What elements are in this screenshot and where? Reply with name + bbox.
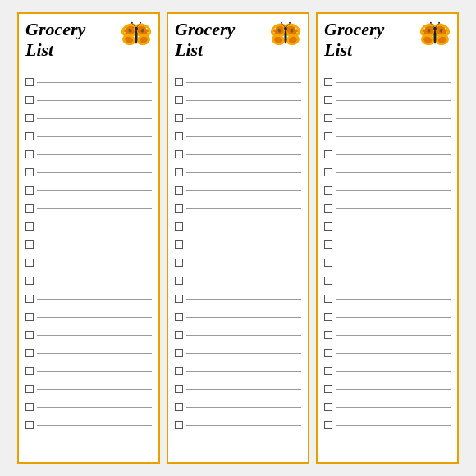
list-item[interactable] <box>175 290 301 308</box>
list-item[interactable] <box>175 308 301 326</box>
list-item[interactable] <box>324 91 451 109</box>
list-item[interactable] <box>175 236 301 254</box>
list-item[interactable] <box>25 199 152 217</box>
list-item[interactable] <box>324 236 451 254</box>
checkbox[interactable] <box>25 421 34 429</box>
checkbox[interactable] <box>25 186 34 195</box>
list-item[interactable] <box>175 416 301 434</box>
checkbox[interactable] <box>324 385 332 393</box>
list-item[interactable] <box>25 127 152 145</box>
checkbox[interactable] <box>25 385 34 393</box>
list-item[interactable] <box>175 199 301 217</box>
checkbox[interactable] <box>175 295 183 303</box>
list-item[interactable] <box>175 362 301 380</box>
checkbox[interactable] <box>175 403 183 411</box>
checkbox[interactable] <box>324 421 332 429</box>
checkbox[interactable] <box>175 132 183 140</box>
list-item[interactable] <box>324 344 451 362</box>
checkbox[interactable] <box>324 331 332 339</box>
list-item[interactable] <box>324 145 451 163</box>
checkbox[interactable] <box>175 367 183 375</box>
list-item[interactable] <box>25 380 152 398</box>
checkbox[interactable] <box>25 150 34 158</box>
checkbox[interactable] <box>175 114 183 122</box>
checkbox[interactable] <box>324 186 332 195</box>
list-item[interactable] <box>324 199 451 217</box>
list-item[interactable] <box>25 145 152 163</box>
checkbox[interactable] <box>324 222 332 231</box>
checkbox[interactable] <box>324 150 332 158</box>
list-item[interactable] <box>25 109 152 127</box>
checkbox[interactable] <box>25 222 34 231</box>
list-item[interactable] <box>175 254 301 272</box>
checkbox[interactable] <box>324 240 332 249</box>
checkbox[interactable] <box>25 78 34 86</box>
list-item[interactable] <box>25 163 152 181</box>
checkbox[interactable] <box>25 96 34 104</box>
checkbox[interactable] <box>175 78 183 86</box>
checkbox[interactable] <box>25 277 34 285</box>
list-item[interactable] <box>324 163 451 181</box>
checkbox[interactable] <box>25 259 34 267</box>
checkbox[interactable] <box>324 367 332 375</box>
list-item[interactable] <box>324 73 451 91</box>
list-item[interactable] <box>175 326 301 344</box>
list-item[interactable] <box>324 308 451 326</box>
checkbox[interactable] <box>175 150 183 158</box>
checkbox[interactable] <box>25 114 34 122</box>
list-item[interactable] <box>324 326 451 344</box>
list-item[interactable] <box>175 163 301 181</box>
list-item[interactable] <box>25 254 152 272</box>
list-item[interactable] <box>324 109 451 127</box>
list-item[interactable] <box>324 181 451 199</box>
checkbox[interactable] <box>175 240 183 249</box>
checkbox[interactable] <box>25 367 34 375</box>
checkbox[interactable] <box>175 421 183 429</box>
checkbox[interactable] <box>25 240 34 249</box>
checkbox[interactable] <box>25 331 34 339</box>
list-item[interactable] <box>25 308 152 326</box>
checkbox[interactable] <box>324 204 332 213</box>
checkbox[interactable] <box>175 385 183 393</box>
checkbox[interactable] <box>324 295 332 303</box>
checkbox[interactable] <box>175 96 183 104</box>
list-item[interactable] <box>25 326 152 344</box>
list-item[interactable] <box>324 254 451 272</box>
checkbox[interactable] <box>324 96 332 104</box>
list-item[interactable] <box>25 217 152 236</box>
list-item[interactable] <box>25 398 152 416</box>
list-item[interactable] <box>324 272 451 290</box>
list-item[interactable] <box>324 398 451 416</box>
checkbox[interactable] <box>175 186 183 195</box>
checkbox[interactable] <box>25 132 34 140</box>
list-item[interactable] <box>175 272 301 290</box>
checkbox[interactable] <box>175 168 183 176</box>
list-item[interactable] <box>175 217 301 236</box>
checkbox[interactable] <box>175 313 183 321</box>
list-item[interactable] <box>25 181 152 199</box>
checkbox[interactable] <box>25 349 34 357</box>
list-item[interactable] <box>175 380 301 398</box>
list-item[interactable] <box>175 91 301 109</box>
checkbox[interactable] <box>324 313 332 321</box>
checkbox[interactable] <box>25 168 34 176</box>
list-item[interactable] <box>175 73 301 91</box>
checkbox[interactable] <box>324 132 332 140</box>
checkbox[interactable] <box>25 313 34 321</box>
list-item[interactable] <box>25 91 152 109</box>
list-item[interactable] <box>324 217 451 236</box>
list-item[interactable] <box>25 362 152 380</box>
checkbox[interactable] <box>175 277 183 285</box>
checkbox[interactable] <box>324 168 332 176</box>
list-item[interactable] <box>25 272 152 290</box>
list-item[interactable] <box>175 398 301 416</box>
checkbox[interactable] <box>25 204 34 213</box>
list-item[interactable] <box>25 416 152 434</box>
checkbox[interactable] <box>324 349 332 357</box>
list-item[interactable] <box>175 145 301 163</box>
checkbox[interactable] <box>175 204 183 213</box>
checkbox[interactable] <box>175 259 183 267</box>
checkbox[interactable] <box>175 331 183 339</box>
list-item[interactable] <box>324 290 451 308</box>
list-item[interactable] <box>324 416 451 434</box>
